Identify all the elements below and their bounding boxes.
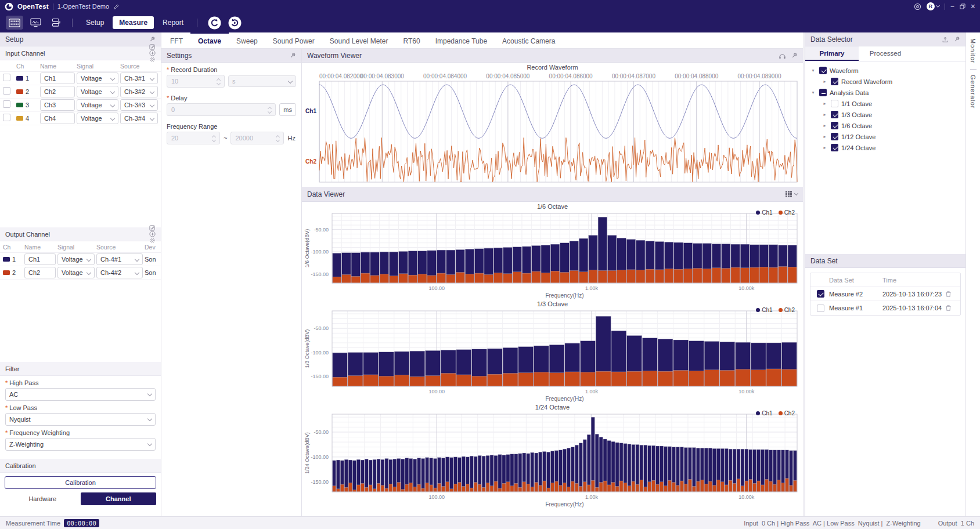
measure-tab-sound-level-meter[interactable]: Sound Level Meter bbox=[322, 32, 396, 48]
frequency-max-input[interactable]: 20000 bbox=[230, 132, 284, 144]
settings-gear-icon[interactable] bbox=[914, 3, 921, 10]
checkbox[interactable] bbox=[817, 290, 824, 298]
checkbox[interactable] bbox=[817, 305, 824, 312]
checkbox[interactable] bbox=[3, 74, 10, 81]
calibration-toggle-channel[interactable]: Channel bbox=[81, 492, 157, 505]
pin-icon[interactable] bbox=[954, 36, 960, 42]
channel-name-input[interactable]: Ch1 bbox=[24, 253, 56, 265]
data-selector-tab-processed[interactable]: Processed bbox=[859, 46, 912, 61]
tree-item[interactable]: ▾Analysis Data bbox=[805, 87, 965, 98]
checkbox[interactable] bbox=[819, 67, 827, 74]
delay-input[interactable]: 0 bbox=[167, 103, 276, 116]
tree-item[interactable]: ▸1/12 Octave bbox=[805, 131, 965, 142]
minimize-button[interactable]: − bbox=[950, 3, 954, 10]
low-pass-select[interactable]: Nyquist bbox=[5, 413, 156, 426]
record-duration-input[interactable]: 10 bbox=[167, 75, 225, 88]
checkbox[interactable] bbox=[831, 78, 838, 85]
record-duration-unit-select[interactable]: s bbox=[228, 75, 296, 87]
edit-title-icon[interactable] bbox=[113, 3, 120, 10]
tree-item[interactable]: ▸1/3 Octave bbox=[805, 109, 965, 120]
tree-item[interactable]: ▸1/1 Octave bbox=[805, 98, 965, 109]
source-select[interactable]: Ch-3#3 bbox=[120, 99, 158, 111]
pin-icon[interactable] bbox=[791, 52, 798, 59]
checkbox[interactable] bbox=[3, 100, 10, 108]
source-select[interactable]: Ch-4#1 bbox=[96, 253, 143, 265]
undo-button[interactable] bbox=[208, 16, 221, 30]
signal-select[interactable]: Voltage bbox=[77, 73, 118, 84]
measure-tab-fft[interactable]: FFT bbox=[163, 32, 190, 48]
signal-select[interactable]: Voltage bbox=[77, 113, 118, 124]
checkbox[interactable] bbox=[831, 122, 838, 129]
channel-matrix-icon[interactable] bbox=[6, 16, 23, 30]
export-icon[interactable] bbox=[942, 36, 949, 43]
add-icon[interactable] bbox=[149, 231, 156, 237]
checkbox[interactable] bbox=[831, 144, 838, 151]
nav-measure-button[interactable]: Measure bbox=[113, 16, 154, 29]
user-menu[interactable]: R bbox=[927, 2, 939, 10]
calibration-button[interactable]: Calibration bbox=[5, 476, 156, 489]
source-select[interactable]: Ch-3#1 bbox=[120, 73, 158, 84]
signal-select[interactable]: Voltage bbox=[57, 267, 95, 278]
checkbox[interactable] bbox=[3, 87, 10, 95]
monitor-icon[interactable] bbox=[27, 16, 44, 30]
device-cell: Son bbox=[145, 256, 158, 263]
calibration-toggle-hardware[interactable]: Hardware bbox=[5, 492, 81, 505]
data-set-row[interactable]: Measure #12025-10-13 16:07:04 bbox=[810, 301, 960, 315]
checkbox[interactable] bbox=[819, 89, 827, 96]
channel-name-input[interactable]: Ch2 bbox=[40, 86, 75, 97]
tree-item[interactable]: ▸1/24 Octave bbox=[805, 142, 965, 153]
measure-tab-impedance-tube[interactable]: Impedance Tube bbox=[428, 32, 495, 48]
nav-setup-button[interactable]: Setup bbox=[80, 16, 110, 29]
one-sixth-octave-chart[interactable]: -50.00-100.00-150.00100.001.00k10.00kFre… bbox=[302, 211, 803, 299]
tree-item[interactable]: ▸1/6 Octave bbox=[805, 120, 965, 131]
source-select[interactable]: Ch-3#2 bbox=[120, 86, 158, 97]
pin-icon[interactable] bbox=[149, 36, 156, 42]
checkbox[interactable] bbox=[831, 100, 838, 107]
source-select[interactable]: Ch-4#2 bbox=[96, 267, 143, 278]
signal-select[interactable]: Voltage bbox=[77, 86, 118, 97]
channel-name-input[interactable]: Ch2 bbox=[24, 267, 56, 278]
restart-button[interactable] bbox=[228, 16, 242, 30]
source-select[interactable]: Ch-3#4 bbox=[120, 113, 158, 124]
checkbox[interactable] bbox=[3, 114, 10, 121]
data-set-title: Data Set bbox=[810, 257, 838, 265]
frequency-weighting-select[interactable]: Z-Weighting bbox=[5, 438, 156, 451]
delete-icon[interactable] bbox=[945, 291, 959, 298]
generator-dock-tab[interactable]: Generator bbox=[970, 75, 977, 109]
measure-tab-acoustic-camera[interactable]: Acoustic Camera bbox=[495, 32, 563, 48]
output-channel-header: Output Channel bbox=[0, 227, 161, 241]
tree-item[interactable]: ▸Record Waveform bbox=[805, 76, 965, 87]
checkbox[interactable] bbox=[831, 111, 838, 118]
tree-item[interactable]: ▾Waveform bbox=[805, 65, 965, 76]
pin-icon[interactable] bbox=[290, 52, 296, 59]
restore-button[interactable] bbox=[960, 3, 965, 9]
signal-select[interactable]: Voltage bbox=[77, 99, 118, 111]
high-pass-select[interactable]: AC bbox=[5, 388, 156, 401]
checkbox[interactable] bbox=[831, 133, 838, 140]
data-set-row[interactable]: Measure #22025-10-13 16:07:23 bbox=[810, 287, 960, 301]
measure-tab-octave[interactable]: Octave bbox=[190, 32, 229, 48]
avatar[interactable]: R bbox=[927, 2, 935, 10]
one-third-octave-chart[interactable]: -50.00-100.00-150.00100.001.00k10.00kFre… bbox=[302, 309, 803, 403]
nav-report-button[interactable]: Report bbox=[156, 16, 190, 29]
channel-name-input[interactable]: Ch3 bbox=[40, 99, 75, 111]
record-waveform-chart[interactable]: 00:00:04.08200000:00:04.08300000:00:04.0… bbox=[302, 72, 803, 186]
close-button[interactable]: × bbox=[971, 2, 975, 10]
edit-icon[interactable] bbox=[149, 224, 156, 231]
add-icon[interactable] bbox=[149, 50, 156, 56]
one-twentyfourth-octave-chart[interactable]: -50.00-100.00-150.00100.001.00k10.00kFre… bbox=[302, 412, 803, 508]
measure-tab-sound-power[interactable]: Sound Power bbox=[265, 32, 322, 48]
delete-icon[interactable] bbox=[945, 305, 959, 311]
channel-name-input[interactable]: Ch4 bbox=[40, 113, 75, 124]
measure-tab-sweep[interactable]: Sweep bbox=[229, 32, 265, 48]
headphones-icon[interactable] bbox=[779, 52, 786, 59]
data-selector-tab-primary[interactable]: Primary bbox=[805, 46, 859, 61]
monitor-dock-tab[interactable]: Monitor bbox=[970, 38, 977, 64]
frequency-min-input[interactable]: 20 bbox=[167, 132, 220, 144]
layout-grid-button[interactable] bbox=[785, 190, 798, 198]
measure-tab-rt60[interactable]: RT60 bbox=[396, 32, 428, 48]
channel-name-input[interactable]: Ch1 bbox=[40, 73, 75, 84]
sequence-icon[interactable] bbox=[48, 16, 65, 30]
signal-select[interactable]: Voltage bbox=[57, 253, 95, 265]
edit-icon[interactable] bbox=[149, 44, 156, 50]
